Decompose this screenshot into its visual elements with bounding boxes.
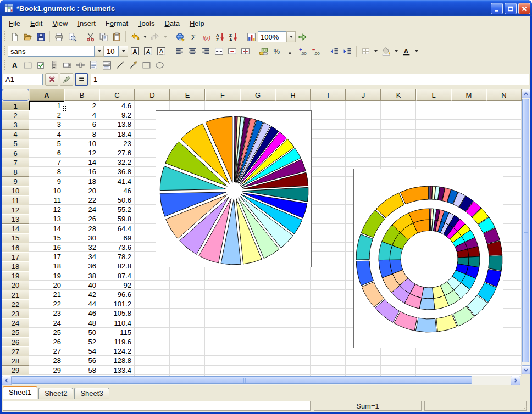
row-header-15[interactable]: 15 — [2, 233, 29, 243]
cell-B3[interactable]: 6 — [64, 120, 99, 129]
resize-grip-icon[interactable] — [523, 404, 529, 410]
row-header-14[interactable]: 14 — [2, 224, 29, 234]
cell-B6[interactable]: 12 — [64, 149, 99, 158]
cell-B1[interactable]: 2 — [64, 102, 99, 110]
cell-C9[interactable]: 41.4 — [99, 177, 134, 186]
row-header-18[interactable]: 18 — [2, 261, 29, 271]
sheet-tab-sheet2[interactable]: Sheet2 — [38, 388, 73, 399]
open-file-button[interactable] — [21, 31, 34, 43]
create-slider-button[interactable] — [74, 59, 87, 71]
scroll-down-button[interactable] — [522, 365, 530, 374]
font-color-dropdown-button[interactable] — [413, 45, 420, 57]
cell-A3[interactable]: 3 — [29, 120, 64, 129]
toolbar-grip-icon[interactable] — [4, 60, 5, 71]
cell-C6[interactable]: 27.6 — [99, 149, 134, 158]
column-header-C[interactable]: C — [99, 89, 135, 101]
column-header-M[interactable]: M — [451, 89, 486, 101]
column-header-K[interactable]: K — [381, 89, 416, 101]
create-combobox-button[interactable] — [100, 59, 113, 71]
cell-C24[interactable]: 110.4 — [99, 319, 134, 328]
cell-C16[interactable]: 73.6 — [99, 243, 134, 252]
cell-B5[interactable]: 10 — [64, 139, 99, 148]
accept-button[interactable] — [60, 73, 73, 86]
cell-B23[interactable]: 46 — [64, 309, 99, 318]
create-ellipse-button[interactable] — [153, 59, 166, 71]
formula-input[interactable]: 1 — [91, 74, 529, 85]
create-arrow-button[interactable] — [126, 59, 140, 71]
menu-view[interactable]: View — [47, 18, 73, 29]
row-header-8[interactable]: 8 — [2, 167, 29, 177]
column-header-F[interactable]: F — [205, 89, 240, 101]
column-header-A[interactable]: A — [29, 89, 64, 101]
cell-B11[interactable]: 22 — [64, 196, 99, 205]
paste-button[interactable] — [110, 31, 123, 43]
create-frame-button[interactable] — [21, 59, 34, 71]
cell-A10[interactable]: 10 — [29, 187, 64, 195]
row-header-2[interactable]: 2 — [2, 110, 29, 120]
cell-B12[interactable]: 24 — [64, 205, 99, 214]
create-line-button[interactable] — [113, 59, 126, 71]
title-bar[interactable]: *Book1.gnumeric : Gnumeric — [0, 0, 532, 16]
row-header-12[interactable]: 12 — [2, 205, 29, 215]
cell-A9[interactable]: 9 — [29, 177, 64, 186]
cell-A7[interactable]: 7 — [29, 158, 64, 167]
cell-A24[interactable]: 24 — [29, 319, 64, 328]
cell-name-box[interactable]: A1 — [3, 74, 43, 85]
hyperlink-button[interactable] — [174, 31, 187, 43]
cell-C22[interactable]: 101.2 — [99, 300, 134, 309]
row-header-28[interactable]: 28 — [2, 356, 29, 366]
cell-C11[interactable]: 50.6 — [99, 196, 134, 205]
scroll-left-button[interactable] — [2, 376, 12, 385]
function-button[interactable]: f(x) — [200, 31, 213, 43]
toolbar-grip-icon[interactable] — [4, 46, 5, 57]
row-header-20[interactable]: 20 — [2, 281, 29, 290]
menu-tools[interactable]: Tools — [133, 18, 159, 29]
cell-C18[interactable]: 82.8 — [99, 262, 134, 271]
row-header-27[interactable]: 27 — [2, 346, 29, 356]
maximize-button[interactable] — [505, 3, 517, 14]
row-header-11[interactable]: 11 — [2, 195, 29, 205]
column-header-I[interactable]: I — [311, 89, 346, 101]
cell-A8[interactable]: 8 — [29, 167, 64, 176]
increase-indent-button[interactable] — [341, 45, 354, 57]
borders-button[interactable] — [359, 45, 372, 57]
equals-button[interactable] — [75, 73, 88, 86]
cell-B22[interactable]: 44 — [64, 300, 99, 309]
row-header-1[interactable]: 1 — [2, 101, 29, 111]
column-header-E[interactable]: E — [170, 89, 205, 101]
row-header-13[interactable]: 13 — [2, 214, 29, 224]
copy-button[interactable] — [97, 31, 110, 43]
toolbar-grip-icon[interactable] — [4, 31, 5, 42]
chart-object-pie[interactable] — [156, 110, 312, 267]
cell-B21[interactable]: 42 — [64, 290, 99, 299]
cell-B16[interactable]: 32 — [64, 243, 99, 252]
column-header-H[interactable]: H — [275, 89, 311, 101]
create-list-button[interactable] — [87, 59, 100, 71]
cell-B13[interactable]: 26 — [64, 215, 99, 223]
fill-color-button[interactable] — [379, 45, 392, 57]
cell-A20[interactable]: 20 — [29, 281, 64, 290]
row-header-29[interactable]: 29 — [2, 366, 29, 376]
jump-button[interactable] — [296, 31, 309, 43]
zoom-combo-dropdown-button[interactable] — [286, 31, 296, 42]
create-label-button[interactable]: A — [8, 59, 21, 71]
split-cells-button[interactable] — [239, 45, 252, 57]
scroll-right-button[interactable] — [511, 376, 520, 385]
zoom-combo[interactable]: 100% — [258, 31, 286, 42]
underline-button[interactable]: A — [154, 45, 168, 57]
redo-dropdown-button[interactable] — [162, 31, 169, 43]
cell-A25[interactable]: 25 — [29, 328, 64, 337]
decrease-indent-button[interactable] — [328, 45, 341, 57]
cell-B29[interactable]: 58 — [64, 366, 99, 375]
insert-chart-button[interactable] — [245, 31, 258, 43]
increase-decimals-button[interactable]: +.00 — [296, 45, 309, 57]
cell-B18[interactable]: 36 — [64, 262, 99, 271]
cell-C21[interactable]: 96.6 — [99, 290, 134, 299]
cell-A29[interactable]: 29 — [29, 366, 64, 375]
cell-A12[interactable]: 12 — [29, 205, 64, 214]
cell-C5[interactable]: 23 — [99, 139, 134, 148]
row-header-26[interactable]: 26 — [2, 337, 29, 347]
cell-A28[interactable]: 28 — [29, 356, 64, 365]
format-percent-button[interactable]: % — [270, 45, 283, 57]
cell-C13[interactable]: 59.8 — [99, 215, 134, 223]
